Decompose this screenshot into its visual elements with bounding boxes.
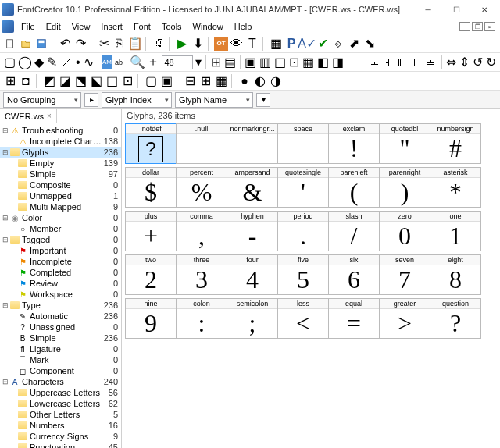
glyph-colon[interactable]: colon: (176, 298, 227, 339)
rotate-r-icon[interactable]: ↻ (485, 55, 497, 69)
align-m-icon[interactable]: ⫫ (409, 55, 423, 69)
g7-icon[interactable]: ⊡ (120, 74, 134, 88)
glyph-less[interactable]: less< (277, 298, 329, 339)
align-l-icon[interactable]: ⫟ (352, 55, 366, 69)
tree-component[interactable]: ◻Component0 (0, 365, 121, 376)
tab-close-icon[interactable]: × (47, 112, 52, 120)
glyph-semicolon[interactable]: semicolon; (227, 298, 278, 339)
glyph-seven[interactable]: seven7 (379, 254, 430, 295)
tree-simple[interactable]: BSimple236 (0, 332, 121, 343)
copy-icon[interactable]: ⎘ (112, 37, 127, 51)
g2-icon[interactable]: ◩ (42, 74, 56, 88)
glyph-percent[interactable]: percent% (176, 167, 227, 208)
maximize-button[interactable]: ☐ (442, 0, 470, 19)
mdi-close[interactable]: × (484, 22, 495, 31)
ellipse-icon[interactable]: ◯ (18, 55, 32, 69)
new-icon[interactable] (3, 37, 17, 51)
tool-f-icon[interactable]: ◧ (316, 55, 330, 69)
tree-unmapped[interactable]: Unmapped1 (0, 190, 121, 201)
glyph-five[interactable]: five5 (277, 254, 329, 295)
flip-h-icon[interactable]: ⇔ (445, 55, 457, 69)
tree-currency-signs[interactable]: Currency Signs9 (0, 431, 121, 442)
g15-icon[interactable]: ◑ (269, 74, 283, 88)
snap-icon[interactable]: ⊞ (3, 74, 17, 88)
glyph-quotesingle[interactable]: quotesingle' (277, 167, 329, 208)
zoomin-icon[interactable]: ＋ (146, 55, 160, 69)
tree-other-letters[interactable]: Other Letters5 (0, 409, 121, 420)
align-r-icon[interactable]: ⫞ (384, 55, 391, 69)
install-icon[interactable]: ⬇ (191, 37, 205, 51)
tree-ligature[interactable]: fiLigature0 (0, 343, 121, 354)
tree-tagged[interactable]: ⊟Tagged0 (0, 234, 121, 245)
glyph-quotedbl[interactable]: quotedbl" (379, 123, 430, 164)
glyph-zero[interactable]: zero0 (379, 211, 430, 251)
contour-icon[interactable]: ◆ (34, 55, 45, 69)
glyph-eight[interactable]: eight8 (430, 254, 481, 295)
align-b-icon[interactable]: ⫨ (424, 55, 438, 69)
tool-g-icon[interactable]: ◨ (331, 55, 345, 69)
glyph-two[interactable]: two2 (125, 254, 177, 295)
glyph-parenleft[interactable]: parenleft( (328, 167, 380, 208)
glyph-grid[interactable]: .notdef?.nullnonmarkingr...spaceexclam!q… (122, 123, 500, 448)
glyph-six[interactable]: six6 (328, 254, 380, 295)
glyph-dollar[interactable]: dollar$ (125, 167, 177, 208)
tree-incomplete[interactable]: ⚑Incomplete0 (0, 256, 121, 267)
glyph-nine[interactable]: nine9 (125, 298, 177, 339)
paste-icon[interactable]: 📋 (128, 37, 142, 51)
g11-icon[interactable]: ⊞ (198, 74, 212, 88)
grouping-btn[interactable]: ▸ (84, 93, 98, 107)
tree-review[interactable]: ⚑Review0 (0, 278, 121, 289)
caption-btn[interactable]: ▾ (256, 93, 270, 107)
glyph-hyphen[interactable]: hyphen- (227, 211, 278, 251)
run-icon[interactable]: ▶ (175, 37, 189, 51)
grouping-combo[interactable]: No Grouping (3, 92, 81, 108)
print-icon[interactable]: 🖨 (152, 37, 166, 51)
glyph-four[interactable]: four4 (227, 254, 278, 295)
caption-combo[interactable]: Glyph Name (175, 92, 253, 108)
undo-icon[interactable]: ↶ (58, 37, 72, 51)
glyph-three[interactable]: three3 (176, 254, 227, 295)
mdi-minimize[interactable]: _ (459, 22, 470, 31)
tree-mark[interactable]: ¯Mark0 (0, 354, 121, 365)
redo-icon[interactable]: ↷ (73, 37, 88, 51)
category-tree[interactable]: ⊟⚠Troubleshooting0⚠Incomplete Characters… (0, 123, 121, 448)
g14-icon[interactable]: ◐ (253, 74, 267, 88)
menu-window[interactable]: Window (188, 20, 229, 33)
tree-simple[interactable]: Simple97 (0, 169, 121, 180)
freehand-icon[interactable]: ∿ (83, 55, 95, 69)
validate-icon[interactable]: A✓ (300, 37, 314, 51)
tree-uppercase-letters[interactable]: Uppercase Letters56 (0, 387, 121, 398)
menu-insert[interactable]: Insert (95, 20, 128, 33)
guides-icon[interactable]: ▤ (223, 55, 237, 69)
glyph-.notdef[interactable]: .notdef? (125, 123, 177, 164)
tree-glyphs[interactable]: ⊟Glyphs236 (0, 147, 121, 158)
tree-type[interactable]: ⊟Type236 (0, 300, 121, 311)
g-icon[interactable]: ◘ (19, 74, 33, 88)
g12-icon[interactable]: ▦ (214, 74, 228, 88)
tree-unassigned[interactable]: ?Unassigned0 (0, 322, 121, 332)
glyph-one[interactable]: one1 (430, 211, 481, 251)
tool-c-icon[interactable]: ◫ (273, 55, 287, 69)
tree-color[interactable]: ⊟◉Color0 (0, 212, 121, 223)
glyph-space[interactable]: space (277, 123, 329, 164)
tree-member[interactable]: ○Member0 (0, 223, 121, 234)
tool-a-icon[interactable]: ▣ (244, 55, 257, 69)
glyph-exclam[interactable]: exclam! (328, 123, 380, 164)
kerning-icon[interactable]: ab (114, 55, 123, 69)
test-icon[interactable]: T (245, 37, 259, 51)
tree-important[interactable]: ⚑Important0 (0, 245, 121, 256)
opentype-icon[interactable]: OT (214, 37, 228, 51)
open-icon[interactable] (19, 37, 33, 51)
tree-composite[interactable]: Composite0 (0, 180, 121, 190)
tool-d-icon[interactable]: ⊡ (288, 55, 300, 69)
glyph-ampersand[interactable]: ampersand& (227, 167, 278, 208)
mdi-restore[interactable]: ❐ (472, 22, 483, 31)
align-c-icon[interactable]: ⫠ (368, 55, 382, 69)
glyph-numbersign[interactable]: numbersign# (430, 123, 481, 164)
tree-incomplete-characters[interactable]: ⚠Incomplete Characters138 (0, 136, 121, 147)
tree-characters[interactable]: ⊟ACharacters240 (0, 376, 121, 387)
tree-lowercase-letters[interactable]: Lowercase Letters62 (0, 398, 121, 409)
g9-icon[interactable]: ▣ (159, 74, 173, 88)
glyph-equal[interactable]: equal= (328, 298, 380, 339)
g3-icon[interactable]: ◪ (58, 74, 72, 88)
